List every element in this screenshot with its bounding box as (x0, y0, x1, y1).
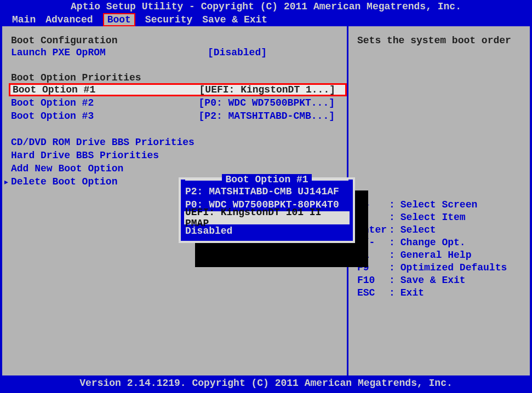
bios-header: Aptio Setup Utility - Copyright (C) 2011… (0, 0, 532, 26)
boot-option-3-row[interactable]: Boot Option #3 [P2: MATSHITABD-CMB...] (11, 109, 345, 123)
delete-boot-option-label: Delete Boot Option (11, 176, 117, 187)
key-esc: ESC (357, 287, 389, 300)
right-panel: Sets the system boot order →←:Select Scr… (348, 26, 530, 375)
boot-option-popup: Boot Option #1 P2: MATSHITABD-CMB UJ141A… (179, 177, 355, 243)
help-text: Sets the system boot order (357, 35, 525, 46)
desc-select-item: Select Item (401, 212, 466, 224)
boot-config-header: Boot Configuration (11, 35, 345, 46)
launch-pxe-label: Launch PXE OpROM (11, 47, 106, 58)
tab-advanced[interactable]: Advanced (45, 14, 93, 25)
key-f10: F10 (357, 275, 389, 287)
launch-pxe-row[interactable]: Launch PXE OpROM [Disabled] (11, 46, 345, 59)
add-boot-option-menu[interactable]: Add New Boot Option (11, 162, 345, 175)
boot-option-1-value: [UEFI: KingstonDT 1...] (199, 84, 345, 95)
submenu-arrow-icon: ▸ (3, 176, 9, 188)
boot-option-1-row[interactable]: Boot Option #1 [UEFI: KingstonDT 1...] (9, 83, 347, 96)
left-panel: Boot Configuration Launch PXE OpROM [Dis… (2, 26, 348, 375)
boot-option-2-row[interactable]: Boot Option #2 [P0: WDC WD7500BPKT...] (11, 96, 345, 109)
launch-pxe-value: [Disabled] (208, 47, 345, 58)
title: Aptio Setup Utility - Copyright (C) 2011… (0, 1, 532, 13)
hard-drive-bbs-menu[interactable]: Hard Drive BBS Priorities (11, 149, 345, 162)
boot-option-1-label: Boot Option #1 (13, 84, 95, 95)
desc-save-exit: Save & Exit (401, 275, 466, 287)
boot-option-2-label: Boot Option #2 (11, 97, 94, 108)
priorities-header: Boot Option Priorities (11, 72, 345, 83)
desc-defaults: Optimized Defaults (401, 262, 507, 275)
desc-select: Select (401, 224, 436, 237)
cd-dvd-bbs-menu[interactable]: CD/DVD ROM Drive BBS Priorities (11, 136, 345, 149)
popup-title-row: Boot Option #1 (185, 174, 348, 185)
desc-select-screen: Select Screen (401, 199, 477, 212)
tab-bar: Main Advanced Boot Security Save & Exit (0, 13, 532, 26)
popup-option-2[interactable]: UEFI: KingstonDT 101 II PMAP (184, 211, 350, 224)
tab-security[interactable]: Security (145, 14, 192, 25)
footer: Version 2.14.1219. Copyright (C) 2011 Am… (0, 375, 532, 393)
desc-help: General Help (401, 250, 472, 262)
desc-exit: Exit (401, 287, 424, 300)
tab-save-exit[interactable]: Save & Exit (202, 14, 267, 25)
boot-option-2-value: [P0: WDC WD7500BPKT...] (199, 97, 345, 108)
popup-title: Boot Option #1 (222, 174, 311, 185)
boot-option-3-label: Boot Option #3 (11, 111, 94, 122)
tab-boot[interactable]: Boot (103, 13, 135, 26)
popup-option-0[interactable]: P2: MATSHITABD-CMB UJ141AF (185, 185, 348, 198)
desc-change-opt: Change Opt. (401, 237, 466, 250)
main-area: Boot Configuration Launch PXE OpROM [Dis… (0, 26, 532, 375)
boot-option-3-value: [P2: MATSHITABD-CMB...] (199, 111, 345, 122)
tab-main[interactable]: Main (12, 14, 36, 25)
